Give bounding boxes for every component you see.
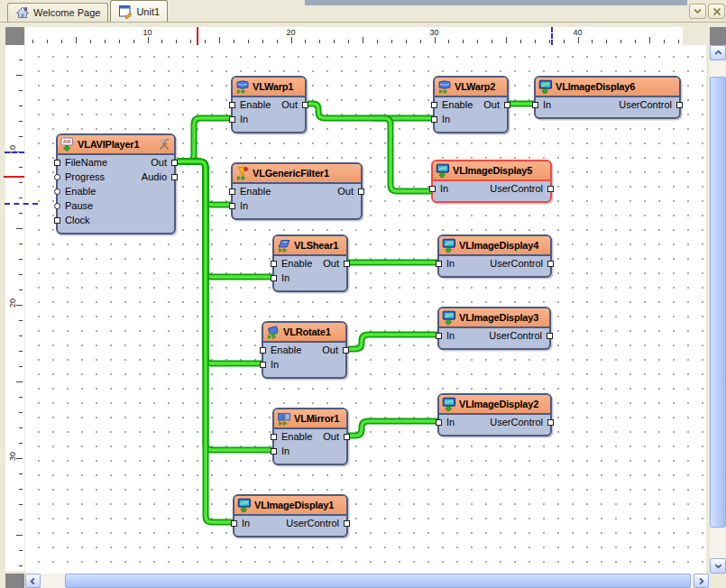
- block-title: VLMirror1: [294, 413, 339, 424]
- block-VLImageDisplay1[interactable]: VLImageDisplay1InUserControl: [233, 494, 348, 537]
- block-header[interactable]: VLMirror1: [274, 409, 346, 429]
- block-header[interactable]: VLImageDisplay4: [439, 236, 550, 256]
- block-header[interactable]: VLImageDisplay1: [234, 496, 346, 516]
- pin-in[interactable]: [231, 520, 237, 527]
- pin-filename[interactable]: [54, 160, 60, 166]
- pin-usercontrol[interactable]: [676, 102, 683, 108]
- block-VLImageDisplay3[interactable]: VLImageDisplay3InUserControl: [437, 307, 551, 350]
- pin-enable[interactable]: [431, 102, 437, 108]
- block-header[interactable]: VLImageDisplay2: [439, 395, 550, 415]
- ruler-tick: [19, 565, 23, 566]
- pin-progress[interactable]: [54, 174, 60, 180]
- pin-enable[interactable]: [229, 188, 235, 195]
- block-header[interactable]: VLShear1: [274, 236, 346, 256]
- pin-out[interactable]: [358, 188, 364, 195]
- pin-usercontrol[interactable]: [344, 520, 350, 527]
- ruler-tick: [391, 40, 392, 43]
- block-VLImageDisplay4[interactable]: VLImageDisplay4InUserControl: [437, 234, 552, 278]
- pin-usercontrol[interactable]: [547, 186, 554, 192]
- vertical-scroll-track[interactable]: [710, 60, 726, 558]
- vertical-scroll-thumb[interactable]: [710, 77, 726, 528]
- pin-enable[interactable]: [260, 347, 266, 354]
- pin-out[interactable]: [344, 434, 350, 440]
- block-VLAVIPlayer1[interactable]: AVIVLAVIPlayer1FileNameOutProgressAudioE…: [56, 133, 176, 234]
- horizontal-scroll-track[interactable]: [41, 574, 694, 588]
- pin-usercontrol[interactable]: [547, 261, 554, 267]
- pin-in[interactable]: [229, 203, 235, 209]
- ruler-tick: [61, 40, 62, 43]
- block-header[interactable]: VLImageDisplay3: [439, 308, 549, 328]
- ruler-tick: [19, 351, 23, 352]
- tab-unit1[interactable]: Unit1: [110, 0, 168, 22]
- ruler-tick: [19, 289, 23, 290]
- avi-icon: AVI: [60, 137, 75, 152]
- ruler-tick: [19, 198, 23, 198]
- pin-in[interactable]: [436, 419, 442, 426]
- pin-row: In: [263, 357, 345, 372]
- pin-in[interactable]: [271, 448, 277, 455]
- block-VLWarp1[interactable]: VLWarp1EnableOutIn: [231, 76, 307, 133]
- horizontal-scroll-thumb[interactable]: [65, 574, 691, 588]
- pin-enable[interactable]: [229, 102, 235, 108]
- block-VLGenericFilter1[interactable]: VLGenericFilter1EnableOutIn: [231, 162, 363, 220]
- pin-in[interactable]: [436, 261, 442, 267]
- pin-audio[interactable]: [171, 174, 178, 180]
- pin-out[interactable]: [504, 102, 510, 108]
- pin-out[interactable]: [171, 160, 178, 166]
- horizontal-scrollbar[interactable]: [25, 574, 709, 588]
- ruler-tick: [161, 40, 162, 43]
- pin-clock[interactable]: [54, 217, 60, 224]
- pin-enable[interactable]: [54, 188, 60, 195]
- pin-in[interactable]: [229, 116, 235, 123]
- ruler-tick: [19, 443, 23, 444]
- scroll-up-button[interactable]: [710, 45, 726, 60]
- pin-pause[interactable]: [54, 203, 60, 209]
- block-header[interactable]: VLImageDisplay5: [433, 161, 550, 181]
- block-VLImageDisplay6[interactable]: VLImageDisplay6InUserControl: [534, 76, 681, 119]
- tab-label: Welcome Page: [33, 7, 100, 18]
- scroll-right-button[interactable]: [694, 574, 709, 588]
- block-header[interactable]: VLRotate1: [263, 323, 345, 343]
- close-icon[interactable]: [708, 4, 725, 19]
- block-VLMirror1[interactable]: VLMirror1EnableOutIn: [272, 408, 348, 465]
- scroll-left-button[interactable]: [25, 574, 41, 588]
- vertical-scrollbar[interactable]: [710, 45, 726, 574]
- pin-usercontrol[interactable]: [547, 333, 553, 339]
- design-canvas[interactable]: AVIVLAVIPlayer1FileNameOutProgressAudioE…: [25, 45, 706, 574]
- pin-in[interactable]: [429, 186, 436, 192]
- block-VLRotate1[interactable]: VLRotate1EnableOutIn: [262, 321, 347, 379]
- block-layer: AVIVLAVIPlayer1FileNameOutProgressAudioE…: [25, 45, 706, 574]
- pin-in[interactable]: [271, 275, 277, 281]
- tab-welcome-page[interactable]: Welcome Page: [7, 3, 108, 22]
- pin-in[interactable]: [431, 116, 437, 123]
- block-header[interactable]: VLWarp1: [233, 78, 305, 97]
- pin-usercontrol[interactable]: [547, 419, 554, 426]
- tools-icon[interactable]: [157, 137, 171, 152]
- block-header[interactable]: VLImageDisplay6: [536, 78, 679, 97]
- pin-in[interactable]: [260, 362, 266, 368]
- block-header[interactable]: VLWarp2: [435, 78, 507, 97]
- pin-out[interactable]: [302, 102, 308, 108]
- chevron-down-icon[interactable]: [689, 4, 706, 19]
- pin-label-enable: Enable: [65, 184, 96, 198]
- ruler-tick: [119, 40, 120, 43]
- block-VLShear1[interactable]: VLShear1EnableOutIn: [272, 234, 348, 292]
- block-VLImageDisplay2[interactable]: VLImageDisplay2InUserControl: [437, 393, 552, 436]
- ruler-tick: [564, 40, 565, 43]
- ruler-corner-top-right: [710, 27, 726, 45]
- block-title: VLImageDisplay6: [556, 81, 635, 92]
- pin-out[interactable]: [343, 347, 349, 354]
- block-header[interactable]: VLGenericFilter1: [233, 164, 361, 184]
- pin-in[interactable]: [532, 102, 538, 108]
- pin-in[interactable]: [436, 333, 442, 339]
- block-VLWarp2[interactable]: VLWarp2EnableOutIn: [433, 76, 509, 133]
- scroll-down-button[interactable]: [710, 558, 726, 574]
- pin-out[interactable]: [344, 261, 350, 267]
- block-VLImageDisplay5[interactable]: VLImageDisplay5InUserControl: [431, 160, 552, 203]
- block-header[interactable]: AVIVLAVIPlayer1: [58, 135, 174, 155]
- tab-label: Unit1: [136, 6, 160, 17]
- pin-label-in: In: [242, 516, 250, 530]
- ruler-tick: [19, 243, 23, 244]
- pin-enable[interactable]: [271, 434, 277, 440]
- pin-enable[interactable]: [271, 261, 277, 267]
